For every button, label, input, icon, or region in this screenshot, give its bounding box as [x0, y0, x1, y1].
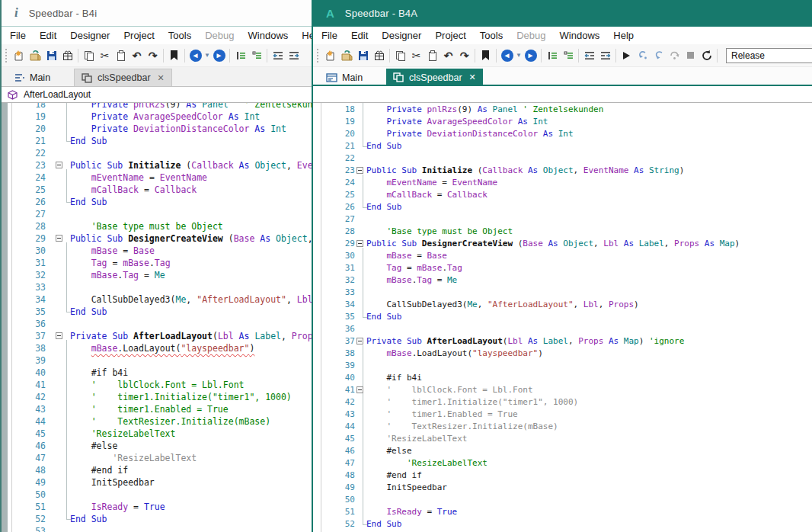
code-line-37[interactable]: 37Private Sub AfterLoadLayout(Lbl As Lab… [2, 330, 312, 342]
back-history-dropdown-icon[interactable]: ▼ [515, 52, 523, 59]
code-line-50[interactable]: 50 [2, 489, 312, 501]
line-number[interactable]: 48 [2, 464, 46, 476]
indent-button[interactable] [597, 47, 613, 64]
line-number[interactable]: 46 [313, 445, 355, 457]
code-text[interactable]: ' lblClock.Font = Lbl.Font [70, 379, 244, 391]
code-text[interactable]: ' timer1.Initialize("timer1", 1000) [70, 391, 292, 403]
collapse-region-icon[interactable] [56, 332, 62, 339]
line-number[interactable]: 35 [313, 311, 355, 323]
code-text[interactable]: Public Sub DesignerCreateView (Base As O… [366, 238, 740, 250]
resume-button[interactable] [635, 47, 651, 64]
line-number[interactable]: 31 [2, 257, 46, 269]
code-text[interactable]: ' TextResizer.Initialize(mBase) [366, 421, 558, 433]
package-button[interactable] [371, 47, 387, 64]
code-text[interactable]: mBase.Tag = Me [366, 274, 457, 287]
fold-margin[interactable] [46, 220, 70, 232]
code-line-43[interactable]: 43 ' timer1.Enabled = True [313, 409, 812, 421]
code-text[interactable]: Private AvarageSpeedColor As Int [366, 116, 548, 128]
line-number[interactable]: 28 [313, 226, 355, 238]
line-number[interactable]: 47 [2, 452, 46, 464]
code-text[interactable]: 'Base type must be Object [366, 226, 513, 238]
code-text[interactable]: Private pnlRzs(9) As Panel ' Zentelsekun… [70, 103, 312, 111]
fold-margin[interactable] [355, 323, 366, 335]
code-text[interactable]: mBase.LoadLayout("layspeedbar") [366, 348, 543, 360]
code-line-23[interactable]: 23Public Sub Initialize (Callback As Obj… [313, 165, 812, 177]
code-text[interactable]: mCallBack = Callback [366, 189, 488, 201]
redo-button[interactable]: ↷ [145, 47, 161, 64]
code-text[interactable]: IsReady = True [70, 501, 165, 513]
menu-item-tools[interactable]: Tools [473, 28, 510, 43]
code-text[interactable]: IsReady = True [366, 506, 457, 518]
stop-button[interactable] [683, 47, 699, 64]
line-number[interactable]: 29 [313, 238, 355, 250]
menu-item-help[interactable]: Help [295, 28, 312, 43]
code-line-24[interactable]: 24 mEventName = EventName [313, 177, 812, 189]
line-number[interactable]: 36 [313, 323, 355, 335]
collapse-region-icon[interactable] [356, 338, 363, 345]
code-line-48[interactable]: 48 #end if [2, 464, 312, 476]
fold-margin[interactable] [46, 208, 70, 220]
cut-button[interactable]: ✂ [97, 47, 113, 64]
code-line-31[interactable]: 31 Tag = mBase.Tag [313, 262, 812, 274]
line-number[interactable]: 34 [2, 293, 46, 306]
code-text[interactable]: mEventName = EventName [366, 177, 497, 189]
line-number[interactable]: 26 [313, 201, 355, 213]
line-number[interactable]: 38 [313, 348, 355, 360]
code-line-49[interactable]: 49 InitSpeedbar [313, 482, 812, 494]
line-number[interactable]: 30 [313, 250, 355, 262]
undo-button[interactable]: ↶ [129, 47, 145, 64]
uncomment-button[interactable] [248, 47, 264, 64]
code-text[interactable]: Private Sub AfterLoadLayout(Lbl As Label… [70, 330, 312, 342]
line-number[interactable]: 49 [2, 476, 46, 489]
comment-button[interactable] [544, 47, 560, 64]
line-number[interactable]: 25 [313, 189, 355, 201]
outdent-button[interactable] [581, 47, 597, 64]
line-number[interactable]: 44 [2, 415, 46, 428]
line-number[interactable]: 50 [313, 494, 355, 506]
line-number[interactable]: 49 [313, 482, 355, 494]
menu-item-project[interactable]: Project [428, 28, 472, 43]
code-text[interactable]: mBase.LoadLayout("layspeedbar") [70, 342, 254, 354]
bookmark-button[interactable] [166, 47, 182, 64]
tab-main[interactable]: Main [8, 69, 57, 86]
line-number[interactable]: 43 [2, 403, 46, 415]
line-number[interactable]: 23 [2, 159, 46, 171]
line-number[interactable]: 33 [313, 287, 355, 299]
line-number[interactable]: 36 [2, 318, 46, 330]
code-line-26[interactable]: 26End Sub [313, 201, 812, 213]
code-text[interactable]: Private Sub AfterLoadLayout(Lbl As Label… [366, 335, 684, 348]
code-line-44[interactable]: 44 ' TextResizer.Initialize(mBase) [313, 421, 812, 433]
code-line-51[interactable]: 51 IsReady = True [2, 501, 312, 513]
line-number[interactable]: 19 [313, 116, 355, 128]
code-line-47[interactable]: 47 'ResizeLabelText [313, 457, 812, 470]
code-line-38[interactable]: 38 mBase.LoadLayout("layspeedbar") [2, 342, 312, 354]
code-text[interactable]: End Sub [366, 140, 401, 152]
package-button[interactable] [59, 47, 75, 64]
code-lines[interactable]: 18 Private pnlRzs(9) As Panel ' Zentelse… [2, 103, 312, 532]
line-number[interactable]: 45 [2, 428, 46, 440]
back-history-dropdown-icon[interactable]: ▼ [203, 52, 211, 59]
code-text[interactable]: Public Sub DesignerCreateView (Base As O… [70, 232, 312, 245]
toolbar-grip[interactable] [317, 49, 319, 62]
step-over-button[interactable] [667, 47, 683, 64]
code-line-45[interactable]: 45 'ResizeLabelText [2, 428, 312, 440]
code-line-31[interactable]: 31 Tag = mBase.Tag [2, 257, 312, 269]
code-text[interactable]: mBase = Base [366, 250, 447, 262]
line-number[interactable]: 38 [2, 342, 46, 354]
code-text[interactable]: mEventName = EventName [70, 171, 207, 184]
menu-item-windows[interactable]: Windows [553, 28, 607, 43]
line-number[interactable]: 25 [2, 184, 46, 196]
code-line-51[interactable]: 51 IsReady = True [313, 506, 812, 518]
code-line-47[interactable]: 47 'ResizeLabelText [2, 452, 312, 464]
line-number[interactable]: 18 [313, 104, 355, 116]
copy-button[interactable] [392, 47, 408, 64]
menu-item-file[interactable]: File [315, 28, 344, 43]
code-line-28[interactable]: 28 'Base type must be Object [2, 220, 312, 232]
tab-clsspeedbar[interactable]: clsSpeedbar ✕ [386, 69, 483, 86]
code-line-23[interactable]: 23Public Sub Initialize (Callback As Obj… [2, 159, 312, 171]
code-text[interactable]: InitSpeedbar [366, 482, 447, 494]
line-number[interactable]: 51 [2, 501, 46, 513]
code-line-41[interactable]: 41 ' lblClock.Font = Lbl.Font [2, 379, 312, 391]
code-line-44[interactable]: 44 ' TextResizer.Initialize(mBase) [2, 415, 312, 428]
code-line-29[interactable]: 29Public Sub DesignerCreateView (Base As… [2, 232, 312, 245]
